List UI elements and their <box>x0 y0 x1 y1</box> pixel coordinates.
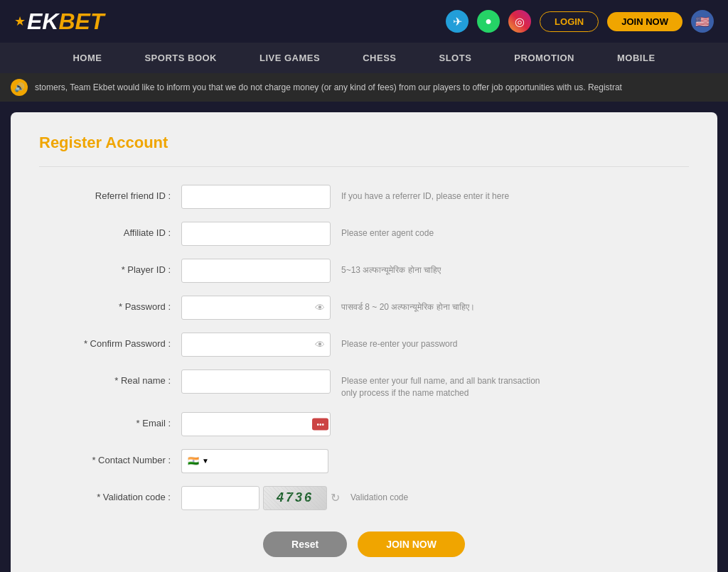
validation-code-input[interactable] <box>181 486 259 510</box>
register-form-container: Register Account Referrel friend ID : If… <box>11 112 717 572</box>
form-divider <box>39 166 689 167</box>
navbar: HOME SPORTS BOOK LIVE GAMES CHESS SLOTS … <box>0 43 728 73</box>
whatsapp-icon[interactable]: ● <box>477 10 500 33</box>
logo: ★ EK BET <box>14 9 104 35</box>
ticker-speaker-icon: 🔊 <box>11 79 28 96</box>
contact-label: * Contact Number : <box>39 449 181 465</box>
nav-item-slots[interactable]: SLOTS <box>417 43 493 73</box>
affiliate-input[interactable] <box>181 222 331 246</box>
affiliate-label: Affiliate ID : <box>39 222 181 238</box>
language-flag-icon[interactable]: 🇺🇸 <box>691 10 714 33</box>
login-button[interactable]: LOGIN <box>540 11 599 32</box>
instagram-icon[interactable]: ◎ <box>508 10 531 33</box>
affiliate-input-wrap <box>181 222 331 246</box>
player-id-input-wrap <box>181 259 331 283</box>
header: ★ EK BET ✈ ● ◎ LOGIN JOIN NOW 🇺🇸 <box>0 0 728 43</box>
player-id-hint: 5~13 अल्फान्यूमेरिक होना चाहिए <box>341 259 441 276</box>
password-row: * Password : 👁 पासवर्ड 8 ~ 20 अल्फान्यूम… <box>39 296 689 320</box>
captcha-refresh-icon[interactable]: ↻ <box>331 491 340 504</box>
real-name-hint: Please enter your full name, and all ban… <box>341 369 555 399</box>
telegram-icon[interactable]: ✈ <box>446 10 469 33</box>
join-now-button[interactable]: JOIN NOW <box>358 531 465 557</box>
nav-item-promotion[interactable]: PROMOTION <box>493 43 596 73</box>
country-selector[interactable]: 🇮🇳 ▼ <box>181 449 215 473</box>
email-input-wrap: ••• <box>181 412 331 436</box>
referrel-hint: If you have a referrer ID, please enter … <box>341 185 509 203</box>
ticker-text: stomers, Team Ekbet would like to inform… <box>35 82 622 92</box>
password-hint: पासवर्ड 8 ~ 20 अल्फान्यूमेरिक होना चाहिए… <box>341 296 475 313</box>
password-toggle-icon[interactable]: 👁 <box>315 302 325 313</box>
confirm-password-toggle-icon[interactable]: 👁 <box>315 339 325 350</box>
page-title: Register Account <box>39 134 689 152</box>
join-now-header-button[interactable]: JOIN NOW <box>607 12 682 31</box>
captcha-image: 4736 <box>263 486 327 510</box>
validation-label: * Validation code : <box>39 486 181 502</box>
logo-star-icon: ★ <box>14 14 26 29</box>
referrel-input-wrap <box>181 185 331 209</box>
affiliate-hint: Please enter agent code <box>341 222 434 239</box>
country-dropdown-icon: ▼ <box>202 457 209 465</box>
validation-input-wrap: 4736 ↻ <box>181 486 340 510</box>
nav-item-home[interactable]: HOME <box>51 43 123 73</box>
logo-bet: BET <box>58 9 104 35</box>
india-flag-icon: 🇮🇳 <box>188 455 199 466</box>
referrel-input[interactable] <box>181 185 331 209</box>
confirm-password-input-wrap: 👁 <box>181 333 331 357</box>
password-input[interactable] <box>181 296 331 320</box>
logo-ek: EK <box>27 9 58 35</box>
email-row: * Email : ••• <box>39 412 689 436</box>
real-name-input-wrap <box>181 369 331 394</box>
nav-item-mobile[interactable]: MOBILE <box>596 43 677 73</box>
referrel-label: Referrel friend ID : <box>39 185 181 201</box>
nav-item-sportsbook[interactable]: SPORTS BOOK <box>123 43 238 73</box>
password-label: * Password : <box>39 296 181 312</box>
real-name-label: * Real name : <box>39 369 181 386</box>
player-id-row: * Player ID : 5~13 अल्फान्यूमेरिक होना च… <box>39 259 689 283</box>
confirm-password-label: * Confirm Password : <box>39 333 181 349</box>
nav-item-chess[interactable]: CHESS <box>341 43 417 73</box>
header-right: ✈ ● ◎ LOGIN JOIN NOW 🇺🇸 <box>446 10 714 33</box>
email-label: * Email : <box>39 412 181 428</box>
password-input-wrap: 👁 <box>181 296 331 320</box>
player-id-input[interactable] <box>181 259 331 283</box>
ticker-bar: 🔊 stomers, Team Ekbet would like to info… <box>0 73 728 102</box>
reset-button[interactable]: Reset <box>263 531 347 557</box>
referrel-row: Referrel friend ID : If you have a refer… <box>39 185 689 209</box>
affiliate-row: Affiliate ID : Please enter agent code <box>39 222 689 246</box>
player-id-label: * Player ID : <box>39 259 181 275</box>
contact-input-wrap: 🇮🇳 ▼ <box>181 449 328 473</box>
confirm-password-hint: Please re-enter your password <box>341 333 457 350</box>
confirm-password-input[interactable] <box>181 333 331 357</box>
contact-number-input[interactable] <box>215 449 328 473</box>
real-name-row: * Real name : Please enter your full nam… <box>39 369 689 399</box>
validation-row: * Validation code : 4736 ↻ Validation co… <box>39 486 689 510</box>
confirm-password-row: * Confirm Password : 👁 Please re-enter y… <box>39 333 689 357</box>
real-name-input[interactable] <box>181 369 331 394</box>
validation-hint: Validation code <box>350 486 408 504</box>
captcha-text: 4736 <box>277 490 314 505</box>
email-verify-button[interactable]: ••• <box>312 418 328 430</box>
form-buttons: Reset JOIN NOW <box>39 531 689 557</box>
email-input[interactable] <box>181 412 331 436</box>
nav-item-livegames[interactable]: LIVE GAMES <box>238 43 341 73</box>
contact-row: * Contact Number : 🇮🇳 ▼ <box>39 449 689 473</box>
